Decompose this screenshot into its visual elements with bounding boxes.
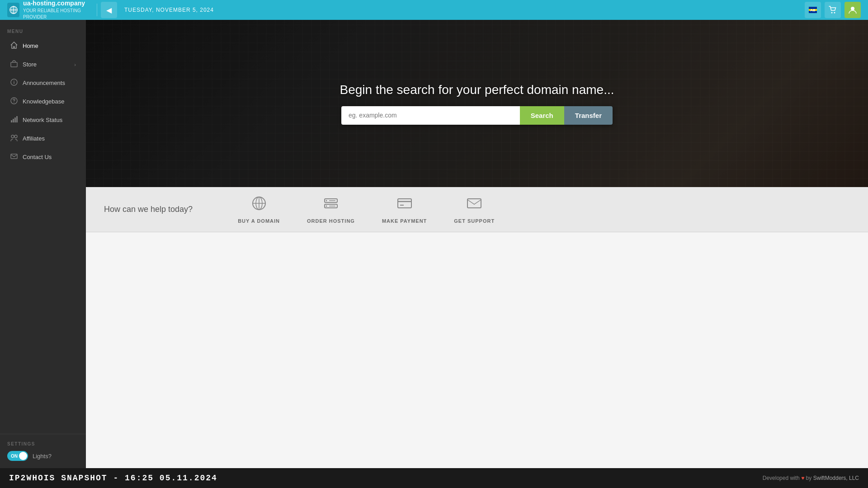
sidebar-item-network-status[interactable]: Network Status [3,111,83,129]
sidebar: MENU Home Store › [0,20,86,468]
toggle-on-label: ON [11,454,18,459]
sidebar-store-label: Store [23,61,37,68]
logo-icon [7,3,19,17]
sidebar-item-home[interactable]: Home [3,37,83,55]
footer: IP2WHOIS SNAPSHOT - 16:25 05.11.2024 Dev… [0,468,868,488]
svg-point-15 [14,102,14,103]
sidebar-item-store[interactable]: Store › [3,56,83,73]
sidebar-item-knowledgebase[interactable]: Knowledgebase [3,93,83,110]
help-actions: BUY A DOMAIN ORDER HOSTING [238,195,495,224]
sidebar-knowledgebase-label: Knowledgebase [23,98,65,105]
order-hosting-action[interactable]: ORDER HOSTING [307,195,355,224]
make-payment-icon [396,195,413,215]
get-support-label: GET SUPPORT [454,218,495,224]
content-area: Begin the search for your perfect domain… [86,20,868,468]
svg-point-30 [326,206,327,207]
toggle-knob [19,452,27,460]
sidebar-item-affiliates[interactable]: Affiliates [3,130,83,147]
header-divider [97,4,97,16]
order-hosting-icon [323,195,339,215]
network-status-icon [10,116,18,124]
sidebar-announcements-label: Announcements [23,80,65,86]
lights-label: Lights? [33,453,52,460]
svg-rect-16 [11,120,12,122]
svg-point-20 [11,135,14,138]
logo-text: ua-hosting.company YOUR RELIABLE HOSTING… [23,0,93,20]
logo-area: ua-hosting.company YOUR RELIABLE HOSTING… [7,0,93,20]
home-icon [10,42,18,50]
bottom-area [86,232,868,468]
svg-rect-36 [467,199,481,208]
store-arrow-icon: › [74,62,76,67]
svg-rect-19 [16,116,18,122]
svg-point-10 [851,7,854,10]
sidebar-item-contact-us[interactable]: Contact Us [3,148,83,166]
sidebar-menu-label: MENU [0,25,86,37]
domain-search-input[interactable] [341,106,520,125]
knowledgebase-icon [10,97,18,106]
hero-content: Begin the search for your perfect domain… [319,83,635,125]
sidebar-settings-section: SETTINGS ON Lights? [0,434,86,468]
svg-point-9 [834,12,835,14]
svg-rect-17 [13,119,14,122]
footer-credit-text: Developed with [763,475,800,481]
lights-toggle[interactable]: ON [7,451,28,461]
buy-domain-label: BUY A DOMAIN [238,218,280,224]
contact-us-icon [10,153,18,161]
hero-section: Begin the search for your perfect domain… [86,20,868,187]
make-payment-label: MAKE PAYMENT [382,218,427,224]
hero-title: Begin the search for your perfect domain… [340,83,614,97]
svg-point-21 [14,135,17,138]
store-icon [10,60,18,69]
lights-row: ON Lights? [7,451,79,461]
svg-rect-11 [11,62,17,67]
sidebar-affiliates-label: Affiliates [23,135,45,142]
svg-text:AB: AB [810,8,816,12]
buy-domain-icon [251,195,267,215]
footer-credit: Developed with ♥ by SwiftModders, LLC [763,475,859,481]
svg-point-13 [14,80,14,81]
header-right-controls: AB [805,2,861,18]
settings-label: SETTINGS [7,441,79,446]
sidebar-network-status-label: Network Status [23,117,62,123]
user-button[interactable] [844,2,861,18]
domain-search-form: Search Transfer [341,106,613,125]
affiliates-icon [10,134,18,143]
svg-rect-18 [14,117,16,122]
snapshot-label: IP2WHOIS SNAPSHOT - 16:25 05.11.2024 [9,474,217,483]
get-support-action[interactable]: GET SUPPORT [454,195,495,224]
header: ua-hosting.company YOUR RELIABLE HOSTING… [0,0,868,20]
svg-point-29 [326,200,327,202]
transfer-button[interactable]: Transfer [564,106,613,125]
svg-rect-22 [11,154,17,159]
search-button[interactable]: Search [520,106,564,125]
svg-rect-33 [398,199,411,208]
sidebar-toggle-button[interactable]: ◀ [101,2,117,18]
language-button[interactable]: AB [805,2,821,18]
sidebar-item-announcements[interactable]: Announcements [3,74,83,92]
order-hosting-label: ORDER HOSTING [307,218,355,224]
sidebar-home-label: Home [23,42,38,49]
svg-point-8 [831,12,833,14]
footer-credit-by: by [806,475,812,481]
main-container: MENU Home Store › [0,20,868,468]
help-text: How can we help today? [104,205,193,214]
announcements-icon [10,79,18,87]
header-date: TUESDAY, NOVEMBER 5, 2024 [124,7,214,13]
cart-button[interactable] [825,2,841,18]
make-payment-action[interactable]: MAKE PAYMENT [382,195,427,224]
buy-domain-action[interactable]: BUY A DOMAIN [238,195,280,224]
footer-heart-icon: ♥ [801,475,804,481]
footer-company-link[interactable]: SwiftModders, LLC [813,475,859,481]
help-bar: How can we help today? BUY A DOMAIN [86,187,868,232]
sidebar-contact-us-label: Contact Us [23,154,52,160]
get-support-icon [466,195,482,215]
